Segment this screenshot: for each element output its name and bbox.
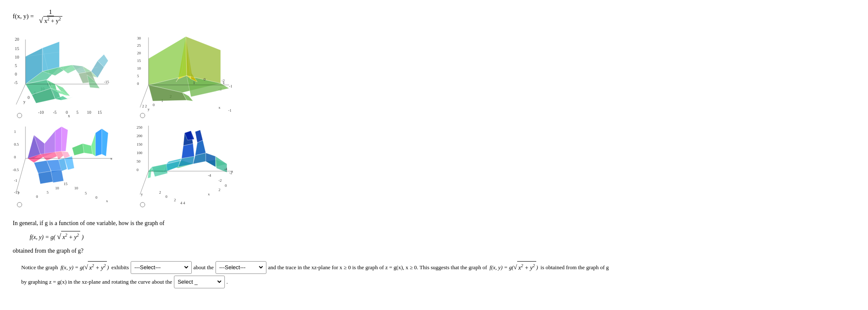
svg-text:-15: -15 xyxy=(14,190,19,194)
svg-text:0: 0 xyxy=(165,194,168,199)
graph-1-container: 20 15 10 5 0 -5 -10 -5 0 5 10 15 x y 0 5… xyxy=(13,33,123,118)
svg-text:x: x xyxy=(218,105,221,110)
select-1-box[interactable]: ---Select--- symmetry rotational symmetr… xyxy=(131,261,192,274)
graph-1-svg: 20 15 10 5 0 -5 -10 -5 0 5 10 15 x y 0 5… xyxy=(13,33,121,118)
svg-marker-139 xyxy=(152,164,168,177)
svg-text:20: 20 xyxy=(137,51,141,55)
is-obtained-text: is obtained from the graph of g xyxy=(540,262,609,273)
svg-marker-131 xyxy=(182,144,194,158)
svg-text:-2: -2 xyxy=(229,171,232,175)
graphs-row-2: 1 0.5 0 -0.5 -1 xyxy=(13,122,855,207)
second-line-start: by graphing z = g(x) in the xz-plane and… xyxy=(21,276,172,287)
select-2[interactable]: ---Select--- z-axis x-axis y-axis origin xyxy=(218,264,264,271)
svg-text:10: 10 xyxy=(87,110,91,115)
svg-text:y: y xyxy=(23,99,25,104)
svg-text:-1: -1 xyxy=(229,84,232,88)
graph-3-svg: 1 0.5 0 -0.5 -1 xyxy=(13,122,121,207)
svg-text:-10: -10 xyxy=(38,110,44,115)
graph-4-container: 250 200 150 100 50 0 xyxy=(136,122,246,207)
svg-text:15: 15 xyxy=(15,46,19,51)
svg-marker-35 xyxy=(42,42,59,71)
svg-text:2  2: 2 2 xyxy=(142,104,147,108)
svg-text:-5: -5 xyxy=(14,80,17,85)
formula-display: f(x, y) = g( √ x2 + y2 ) xyxy=(30,231,855,243)
svg-text:-1: -1 xyxy=(14,178,17,183)
graphs-row-1: 20 15 10 5 0 -5 -10 -5 0 5 10 15 x y 0 5… xyxy=(13,33,855,118)
graph-3-radio[interactable] xyxy=(17,202,22,207)
svg-text:x: x xyxy=(106,199,108,203)
svg-marker-128 xyxy=(178,156,194,167)
svg-text:200: 200 xyxy=(137,134,143,138)
svg-marker-103 xyxy=(51,170,64,183)
graph-4-svg: 250 200 150 100 50 0 xyxy=(136,122,244,207)
svg-text:0: 0 xyxy=(36,194,38,199)
svg-text:2: 2 xyxy=(218,188,221,192)
svg-text:y: y xyxy=(141,192,143,196)
graph-4-radio[interactable] xyxy=(140,202,145,207)
second-answer-line: by graphing z = g(x) in the xz-plane and… xyxy=(21,276,855,288)
svg-text:5: 5 xyxy=(137,74,139,78)
svg-text:0: 0 xyxy=(153,103,155,107)
svg-text:0: 0 xyxy=(28,95,30,100)
svg-text:0: 0 xyxy=(225,183,227,188)
exhibits-text: exhibits xyxy=(112,262,129,273)
svg-text:25: 25 xyxy=(137,43,141,48)
svg-text:x: x xyxy=(208,192,210,196)
svg-text:-5: -5 xyxy=(53,110,56,115)
svg-text:-2: -2 xyxy=(218,178,222,183)
svg-text:-0.5: -0.5 xyxy=(13,168,19,172)
svg-text:150: 150 xyxy=(137,142,143,147)
svg-text:0: 0 xyxy=(137,168,139,172)
svg-line-106 xyxy=(16,158,25,192)
select-2-box[interactable]: ---Select--- z-axis x-axis y-axis origin xyxy=(216,261,266,274)
svg-text:2: 2 xyxy=(174,198,176,202)
svg-line-143 xyxy=(140,171,148,194)
svg-text:5: 5 xyxy=(85,191,87,195)
svg-text:y: y xyxy=(148,107,150,111)
svg-text:15: 15 xyxy=(137,59,141,63)
svg-text:10: 10 xyxy=(137,66,141,70)
formula-label: f(x, y) = xyxy=(13,13,34,20)
svg-text:-2: -2 xyxy=(221,79,225,83)
select-1[interactable]: ---Select--- symmetry rotational symmetr… xyxy=(133,264,190,271)
svg-text:2: 2 xyxy=(159,190,161,194)
graph-2-svg: 30 25 20 15 10 5 0 -2 -1 y 0 1 2 xyxy=(136,33,244,118)
graph-2-container: 30 25 20 15 10 5 0 -2 -1 y 0 1 2 xyxy=(136,33,246,118)
svg-text:30: 30 xyxy=(137,36,141,40)
svg-text:0: 0 xyxy=(137,82,139,86)
svg-marker-134 xyxy=(195,140,206,155)
svg-text:20: 20 xyxy=(15,37,19,42)
svg-marker-96 xyxy=(83,144,92,154)
notice-text: Notice the graph xyxy=(21,262,58,273)
svg-text:15: 15 xyxy=(98,110,102,115)
svg-text:-4: -4 xyxy=(208,173,211,178)
svg-text:x: x xyxy=(110,156,112,161)
svg-text:100: 100 xyxy=(137,151,143,155)
graph-2-radio[interactable] xyxy=(140,113,145,118)
svg-marker-138 xyxy=(148,167,152,178)
svg-marker-102 xyxy=(38,171,53,184)
svg-text:250: 250 xyxy=(137,125,143,130)
svg-text:0.5: 0.5 xyxy=(14,142,19,147)
svg-text:5: 5 xyxy=(15,63,17,68)
trace-formula: f(x, y) = g(√x2 + y2) xyxy=(490,261,538,274)
svg-text:5: 5 xyxy=(76,110,78,115)
svg-text:5: 5 xyxy=(47,190,49,194)
svg-text:0: 0 xyxy=(95,195,98,200)
notice-formula: f(x, y) = g(√x2 + y2) xyxy=(61,261,109,274)
about-the-text: about the xyxy=(193,262,214,273)
select-3[interactable]: Select _ z-axis x-axis y-axis xyxy=(176,278,223,285)
denominator: √ x2 + y2 xyxy=(37,16,64,25)
obtained-from-text: obtained from the graph of g? xyxy=(13,245,855,256)
numerator: 1 xyxy=(47,8,54,16)
svg-text:10: 10 xyxy=(74,186,78,190)
svg-text:x: x xyxy=(68,113,70,118)
svg-text:-4: -4 xyxy=(224,167,227,171)
graph-1-radio[interactable] xyxy=(17,113,22,118)
svg-text:10: 10 xyxy=(55,186,59,190)
notice-line: Notice the graph f(x, y) = g(√x2 + y2) e… xyxy=(21,261,855,274)
select-3-box[interactable]: Select _ z-axis x-axis y-axis xyxy=(174,276,225,288)
question-section: In general, if g is a function of one va… xyxy=(13,218,855,256)
svg-marker-88 xyxy=(62,127,68,151)
svg-marker-135 xyxy=(195,130,203,143)
